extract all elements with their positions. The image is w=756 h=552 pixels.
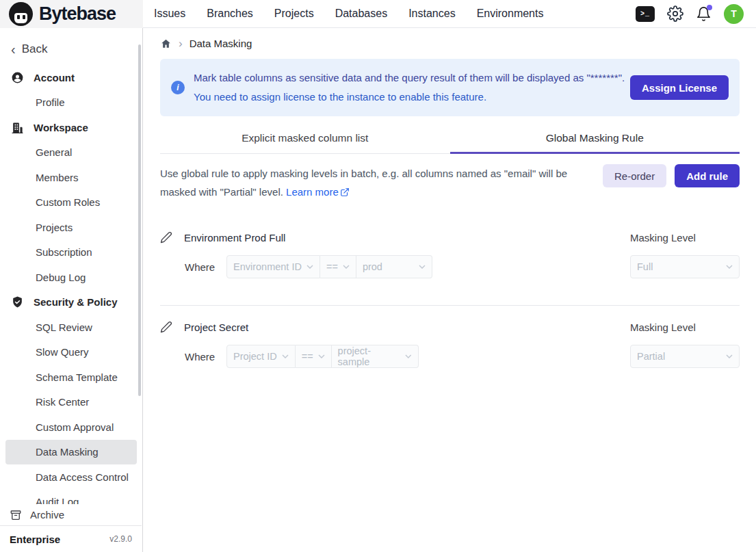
sidebar-item-profile[interactable]: Profile bbox=[5, 90, 137, 116]
sidebar-item-sql-review[interactable]: SQL Review bbox=[5, 315, 137, 340]
back-button[interactable]: ‹ Back bbox=[0, 28, 142, 65]
building-icon bbox=[11, 121, 24, 134]
sidebar-item-risk-center[interactable]: Risk Center bbox=[5, 390, 137, 415]
brand-logo[interactable]: Bytebase bbox=[0, 0, 143, 28]
archive-label: Archive bbox=[30, 509, 64, 521]
assign-license-button[interactable]: Assign License bbox=[630, 75, 729, 100]
archive-button[interactable]: Archive bbox=[0, 504, 142, 525]
brand-wordmark: Bytebase bbox=[39, 3, 116, 25]
user-avatar[interactable]: T bbox=[724, 4, 744, 24]
shield-icon bbox=[11, 295, 24, 308]
nav-issues[interactable]: Issues bbox=[154, 8, 185, 20]
plan-footer: Enterprise v2.9.0 bbox=[0, 525, 142, 552]
masking-tabs: Explicit masked column list Global Maski… bbox=[160, 132, 740, 154]
home-icon[interactable] bbox=[160, 38, 172, 49]
sidebar-item-data-masking[interactable]: Data Masking bbox=[5, 440, 137, 465]
sidebar-scrollbar[interactable] bbox=[138, 44, 141, 396]
masking-level-select[interactable]: Full bbox=[630, 255, 740, 278]
sidebar-item-members[interactable]: Members bbox=[5, 165, 137, 190]
chevron-down-icon bbox=[318, 354, 325, 358]
settings-gear-icon[interactable] bbox=[667, 5, 683, 22]
archive-box-icon bbox=[10, 509, 22, 521]
banner-line1: Mark table columns as sensitive data and… bbox=[194, 68, 630, 88]
condition-value-select[interactable]: prod bbox=[356, 255, 432, 278]
condition-operator-select[interactable]: == bbox=[296, 345, 332, 368]
breadcrumb-current: Data Masking bbox=[190, 38, 252, 49]
data-masking-page: › Data Masking i Mark table columns as s… bbox=[144, 28, 756, 552]
chevron-down-icon bbox=[282, 354, 289, 358]
masking-rules-list: Environment Prod Full Where Environment … bbox=[160, 229, 740, 368]
rule-title: Environment Prod Full bbox=[184, 232, 285, 244]
sidebar-item-data-access-control[interactable]: Data Access Control bbox=[5, 464, 137, 490]
global-rule-description: Use global rule to apply masking levels … bbox=[160, 164, 595, 201]
sidebar-item-debug-log[interactable]: Debug Log bbox=[5, 265, 137, 290]
masking-rule-row: Environment Prod Full Where Environment … bbox=[160, 229, 740, 278]
sidebar-section-workspace: Workspace bbox=[0, 115, 142, 140]
masking-level-label: Masking Level bbox=[630, 229, 740, 246]
banner-line2: You need to assign license to the instan… bbox=[194, 88, 630, 107]
nav-instances[interactable]: Instances bbox=[408, 8, 455, 20]
rule-divider bbox=[160, 305, 740, 306]
rule-title: Project Secret bbox=[184, 321, 248, 333]
learn-more-link[interactable]: Learn more bbox=[286, 183, 350, 201]
masking-level-label: Masking Level bbox=[630, 319, 740, 335]
nav-projects[interactable]: Projects bbox=[274, 8, 314, 20]
condition-field-select[interactable]: Environment ID bbox=[226, 255, 320, 278]
sidebar-item-projects[interactable]: Projects bbox=[5, 215, 137, 240]
nav-branches[interactable]: Branches bbox=[207, 8, 253, 20]
notification-dot bbox=[707, 5, 712, 10]
sql-editor-icon[interactable]: >_ bbox=[636, 6, 655, 22]
add-rule-button[interactable]: Add rule bbox=[675, 164, 740, 187]
bytebase-logo-icon bbox=[9, 2, 33, 26]
rule-condition-group: Environment ID == prod bbox=[226, 255, 432, 278]
info-icon: i bbox=[171, 81, 185, 94]
chevron-down-icon bbox=[419, 265, 426, 269]
settings-sidebar: ‹ Back Account Profile Workspace General… bbox=[0, 28, 143, 552]
license-info-banner: i Mark table columns as sensitive data a… bbox=[160, 59, 740, 116]
reorder-button[interactable]: Re-order bbox=[603, 164, 666, 187]
external-link-icon bbox=[340, 187, 350, 197]
condition-value-select[interactable]: project-sample bbox=[332, 345, 419, 368]
sidebar-item-schema-template[interactable]: Schema Template bbox=[5, 365, 137, 390]
sidebar-section-security-policy: Security & Policy bbox=[0, 290, 142, 315]
plan-name: Enterprise bbox=[10, 534, 60, 545]
sidebar-item-custom-approval[interactable]: Custom Approval bbox=[5, 415, 137, 440]
edit-pencil-icon[interactable] bbox=[160, 321, 172, 333]
chevron-down-icon bbox=[405, 354, 412, 358]
notifications-bell-icon[interactable] bbox=[696, 6, 712, 22]
top-navigation: Issues Branches Projects Databases Insta… bbox=[143, 0, 756, 28]
sidebar-item-subscription[interactable]: Subscription bbox=[5, 240, 137, 265]
tab-global-masking-rule[interactable]: Global Masking Rule bbox=[450, 132, 740, 154]
chevron-down-icon bbox=[726, 354, 733, 358]
app-version: v2.9.0 bbox=[109, 534, 132, 544]
where-label: Where bbox=[185, 351, 216, 363]
breadcrumb-separator: › bbox=[179, 37, 183, 51]
nav-environments[interactable]: Environments bbox=[477, 8, 544, 20]
edit-pencil-icon[interactable] bbox=[160, 231, 172, 244]
chevron-down-icon bbox=[726, 265, 733, 269]
where-label: Where bbox=[185, 261, 216, 273]
sidebar-section-account: Account bbox=[0, 65, 142, 90]
rule-condition-group: Project ID == project-sample bbox=[226, 345, 419, 368]
breadcrumb: › Data Masking bbox=[160, 28, 740, 59]
chevron-left-icon: ‹ bbox=[11, 44, 16, 54]
back-label: Back bbox=[22, 42, 48, 56]
condition-operator-select[interactable]: == bbox=[320, 255, 356, 278]
masking-rule-row: Project Secret Where Project ID == bbox=[160, 319, 740, 368]
condition-field-select[interactable]: Project ID bbox=[226, 345, 296, 368]
sidebar-item-general[interactable]: General bbox=[5, 140, 137, 166]
sidebar-item-slow-query[interactable]: Slow Query bbox=[5, 340, 137, 365]
user-icon bbox=[11, 71, 24, 84]
sidebar-item-custom-roles[interactable]: Custom Roles bbox=[5, 190, 137, 215]
nav-databases[interactable]: Databases bbox=[335, 8, 388, 20]
tab-explicit-masked-column-list[interactable]: Explicit masked column list bbox=[160, 132, 450, 154]
masking-level-select[interactable]: Partial bbox=[630, 345, 740, 368]
chevron-down-icon bbox=[307, 265, 313, 269]
chevron-down-icon bbox=[343, 265, 350, 269]
